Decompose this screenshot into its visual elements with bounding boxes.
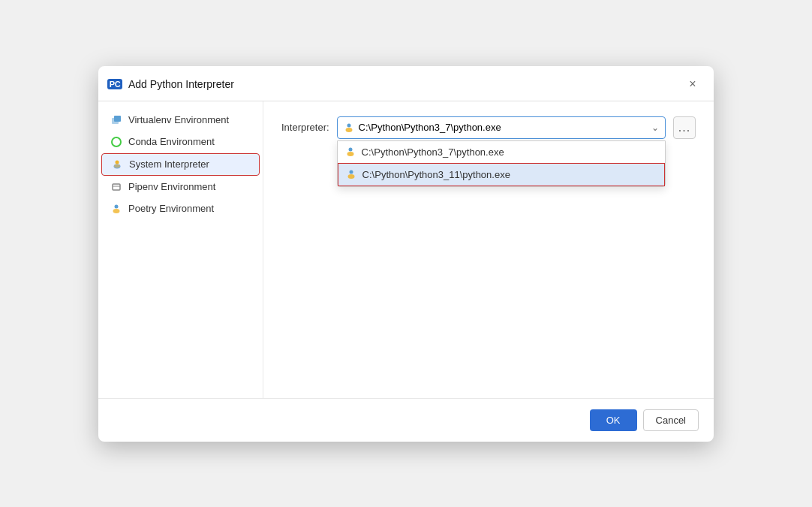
poetry-icon (110, 203, 122, 215)
selected-interpreter-value: C:\Python\Python3_7\python.exe (359, 122, 501, 133)
python-icon-py37 (345, 146, 356, 157)
dropdown-option-py311[interactable]: C:\Python\Python3_11\python.exe (338, 163, 665, 186)
interpreter-input-text: C:\Python\Python3_7\python.exe (344, 122, 642, 133)
interpreter-row: Interpreter: C:\Python\Python3_7\python.… (281, 116, 696, 139)
svg-point-12 (348, 148, 352, 152)
dropdown-option-py37-label: C:\Python\Python3_7\python.exe (362, 146, 504, 158)
svg-point-10 (347, 123, 350, 127)
system-icon (111, 158, 123, 171)
sidebar-item-label-pipenv: Pipenv Environment (128, 181, 215, 192)
dialog-footer: OK Cancel (98, 398, 714, 442)
sidebar-item-label-conda: Conda Environment (128, 136, 215, 147)
conda-icon (110, 136, 122, 148)
dropdown-arrow-icon: ⌄ (651, 122, 659, 133)
dropdown-option-py311-label: C:\Python\Python3_11\python.exe (362, 169, 510, 180)
interpreter-dropdown-wrapper: C:\Python\Python3_7\python.exe ⌄ C:\Py (337, 116, 666, 139)
sidebar-item-label-virtualenv: Virtualenv Environment (128, 114, 229, 125)
pipenv-icon (110, 181, 122, 193)
sidebar-item-poetry[interactable]: Poetry Environment (101, 198, 260, 219)
svg-rect-6 (113, 184, 120, 190)
python-icon-selected (344, 122, 354, 133)
sidebar-item-label-poetry: Poetry Environment (128, 203, 214, 214)
dialog-body: Virtualenv Environment Conda Environment (98, 101, 714, 398)
close-button[interactable]: × (684, 75, 702, 93)
svg-point-2 (112, 137, 121, 146)
svg-rect-1 (114, 116, 121, 122)
svg-point-15 (347, 174, 354, 179)
pc-logo-icon: PC (107, 77, 122, 92)
sidebar-item-conda[interactable]: Conda Environment (101, 131, 260, 152)
interpreter-input[interactable]: C:\Python\Python3_7\python.exe ⌄ (337, 116, 666, 139)
add-python-interpreter-dialog: PC Add Python Interpreter × Virtualenv E… (98, 66, 714, 442)
dropdown-list: C:\Python\Python3_7\python.exe C:\Python… (337, 140, 666, 187)
sidebar-item-system[interactable]: System Interpreter (101, 153, 260, 176)
python-icon-py311 (346, 169, 356, 180)
dialog-title: Add Python Interpreter (128, 78, 678, 90)
svg-point-14 (349, 171, 353, 174)
sidebar-item-label-system: System Interpreter (129, 158, 209, 170)
svg-point-5 (114, 164, 120, 167)
sidebar: Virtualenv Environment Conda Environment (98, 101, 263, 398)
virtualenv-icon (110, 114, 122, 126)
svg-point-13 (347, 152, 353, 156)
dropdown-option-py37[interactable]: C:\Python\Python3_7\python.exe (338, 141, 665, 163)
ok-button[interactable]: OK (590, 409, 637, 431)
svg-point-3 (116, 160, 119, 164)
interpreter-label: Interpreter: (281, 122, 329, 133)
dialog-titlebar: PC Add Python Interpreter × (98, 66, 714, 101)
content-area: Interpreter: C:\Python\Python3_7\python.… (263, 101, 714, 398)
svg-point-11 (345, 128, 352, 132)
svg-point-8 (115, 204, 119, 208)
cancel-button[interactable]: Cancel (643, 409, 699, 431)
svg-point-9 (113, 209, 120, 213)
sidebar-item-virtualenv[interactable]: Virtualenv Environment (101, 110, 260, 131)
sidebar-item-pipenv[interactable]: Pipenv Environment (101, 177, 260, 198)
browse-button[interactable]: ... (673, 116, 696, 139)
